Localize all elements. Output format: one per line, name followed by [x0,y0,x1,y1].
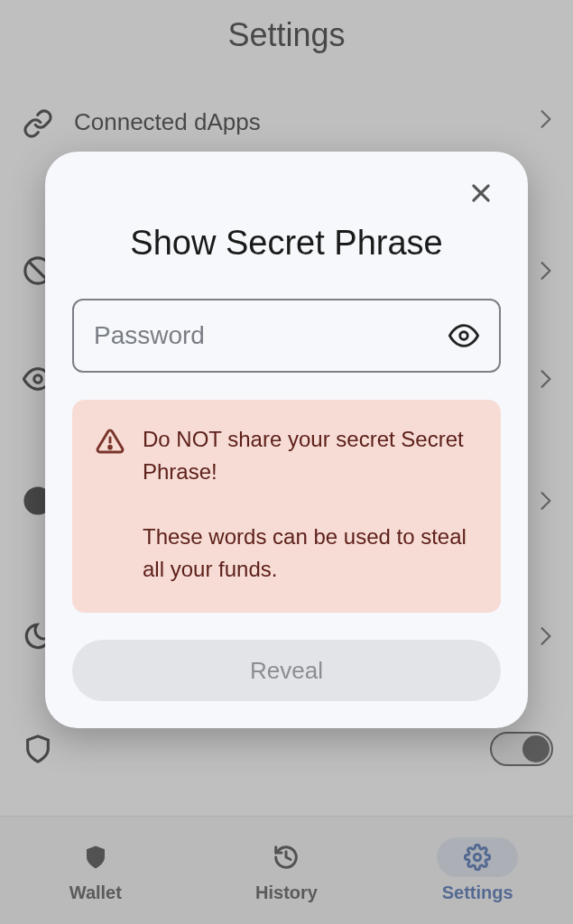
warning-icon [96,423,125,586]
password-input[interactable] [94,321,439,350]
svg-point-7 [460,332,468,340]
svg-point-9 [109,446,112,448]
warning-line-2: These words can be used to steal all you… [143,521,477,586]
eye-icon [448,320,479,351]
warning-box: Do NOT share your secret Secret Phrase! … [72,400,501,613]
warning-text: Do NOT share your secret Secret Phrase! … [143,423,477,586]
close-button[interactable] [461,173,501,213]
secret-phrase-modal: Show Secret Phrase Do NOT share your sec… [45,152,528,728]
password-field[interactable] [72,299,501,373]
reveal-button[interactable]: Reveal [72,640,501,701]
modal-title: Show Secret Phrase [72,224,501,299]
warning-line-1: Do NOT share your secret Secret Phrase! [143,423,477,488]
toggle-password-visibility[interactable] [448,320,479,351]
close-icon [468,180,494,206]
